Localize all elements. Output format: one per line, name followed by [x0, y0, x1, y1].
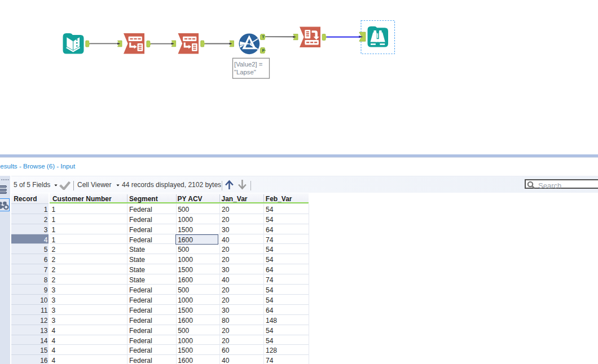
svg-text:"Lapse": "Lapse" [234, 69, 256, 76]
svg-text:T: T [262, 34, 265, 39]
svg-text:F: F [262, 48, 265, 53]
svg-text:[Value2] =: [Value2] = [234, 61, 263, 68]
